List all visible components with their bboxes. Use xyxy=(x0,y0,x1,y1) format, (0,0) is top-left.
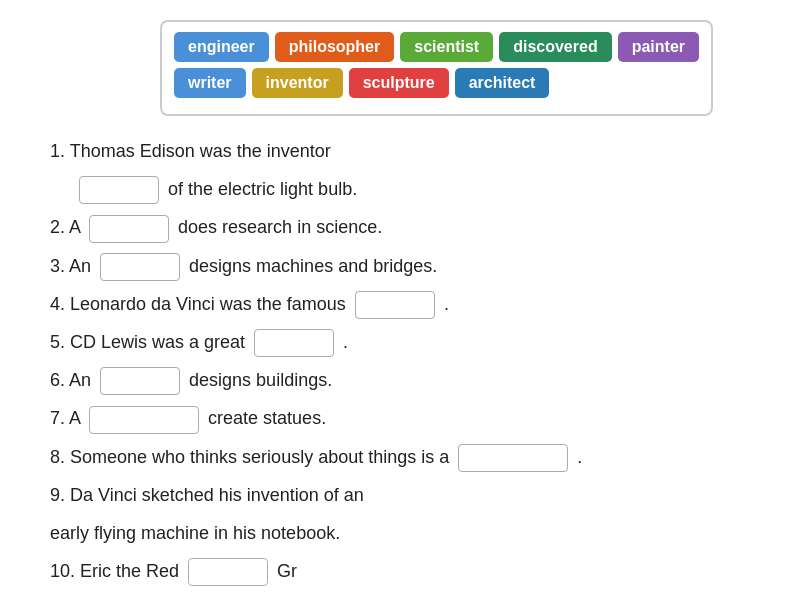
answer-7[interactable] xyxy=(89,406,199,434)
question-3: 3. An designs machines and bridges. xyxy=(50,249,760,283)
question-1: 1. Thomas Edison was the inventor xyxy=(50,134,760,168)
word-bank: engineer philosopher scientist discovere… xyxy=(40,20,760,134)
chip-scientist[interactable]: scientist xyxy=(400,32,493,62)
q2-text1: 2. A xyxy=(50,217,85,237)
chip-discovered[interactable]: discovered xyxy=(499,32,611,62)
answer-2[interactable] xyxy=(89,215,169,243)
q9-text2: early flying machine in his notebook. xyxy=(50,523,340,543)
q7-text1: 7. A xyxy=(50,408,85,428)
q10-text2: Gr xyxy=(277,561,297,581)
chip-inventor[interactable]: inventor xyxy=(252,68,343,98)
q1-text: 1. Thomas Edison was the inventor xyxy=(50,141,331,161)
chip-architect[interactable]: architect xyxy=(455,68,550,98)
q8-text2: . xyxy=(577,447,582,467)
question-1-cont: of the electric light bulb. xyxy=(50,172,760,206)
answer-3[interactable] xyxy=(100,253,180,281)
q5-text2: . xyxy=(343,332,348,352)
question-9-cont: early flying machine in his notebook. xyxy=(50,516,760,550)
answer-4[interactable] xyxy=(355,291,435,319)
answer-10[interactable] xyxy=(188,558,268,586)
question-4: 4. Leonardo da Vinci was the famous . xyxy=(50,287,760,321)
question-9: 9. Da Vinci sketched his invention of an xyxy=(50,478,760,512)
question-6: 6. An designs buildings. xyxy=(50,363,760,397)
word-bank-row-1: engineer philosopher scientist discovere… xyxy=(174,32,699,62)
chip-philosopher[interactable]: philosopher xyxy=(275,32,395,62)
q5-text1: 5. CD Lewis was a great xyxy=(50,332,250,352)
q4-text2: . xyxy=(444,294,449,314)
answer-1[interactable] xyxy=(79,176,159,204)
answer-8[interactable] xyxy=(458,444,568,472)
answer-5[interactable] xyxy=(254,329,334,357)
question-8: 8. Someone who thinks seriously about th… xyxy=(50,440,760,474)
q10-text1: 10. Eric the Red xyxy=(50,561,184,581)
q1-text2: of the electric light bulb. xyxy=(168,179,357,199)
chip-engineer[interactable]: engineer xyxy=(174,32,269,62)
question-2: 2. A does research in science. xyxy=(50,210,760,244)
q8-text1: 8. Someone who thinks seriously about th… xyxy=(50,447,454,467)
question-10: 10. Eric the Red Gr xyxy=(50,554,760,588)
answer-6[interactable] xyxy=(100,367,180,395)
indent-space xyxy=(50,179,70,199)
question-5: 5. CD Lewis was a great . xyxy=(50,325,760,359)
q4-text1: 4. Leonardo da Vinci was the famous xyxy=(50,294,351,314)
q3-text1: 3. An xyxy=(50,256,96,276)
q9-text1: 9. Da Vinci sketched his invention of an xyxy=(50,485,364,505)
q6-text1: 6. An xyxy=(50,370,96,390)
chip-painter[interactable]: painter xyxy=(618,32,699,62)
chip-writer[interactable]: writer xyxy=(174,68,246,98)
questions-container: 1. Thomas Edison was the inventor of the… xyxy=(50,134,760,588)
q2-text2: does research in science. xyxy=(178,217,382,237)
chip-sculpture[interactable]: sculpture xyxy=(349,68,449,98)
q3-text2: designs machines and bridges. xyxy=(189,256,437,276)
question-7: 7. A create statues. xyxy=(50,401,760,435)
word-bank-row-2: writer inventor sculpture architect xyxy=(174,68,699,98)
q6-text2: designs buildings. xyxy=(189,370,332,390)
q7-text2: create statues. xyxy=(208,408,326,428)
